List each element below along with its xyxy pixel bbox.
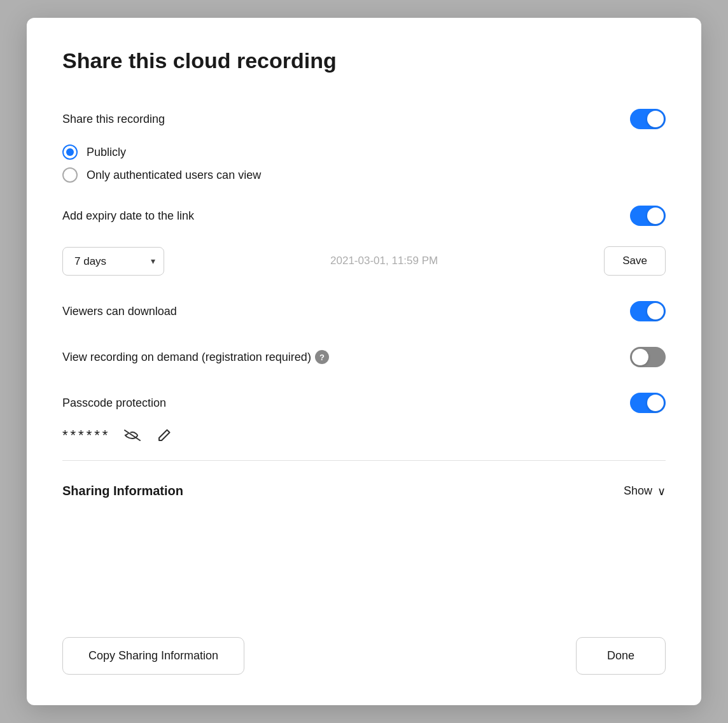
radio-publicly-circle <box>62 144 78 160</box>
radio-publicly[interactable]: Publicly <box>62 144 666 160</box>
passcode-label: Passcode protection <box>62 397 166 410</box>
chevron-down-icon: ∨ <box>657 484 666 498</box>
toggle-thumb <box>647 111 664 127</box>
days-select-wrapper: 7 days 1 day 3 days 14 days 30 days ▾ <box>62 247 164 276</box>
share-recording-row: Share this recording <box>62 96 666 142</box>
divider <box>62 460 666 461</box>
expiry-controls: 7 days 1 day 3 days 14 days 30 days ▾ 20… <box>62 239 666 288</box>
share-recording-toggle[interactable] <box>630 109 666 129</box>
expiry-row: Add expiry date to the link <box>62 193 666 239</box>
help-icon[interactable]: ? <box>315 350 329 364</box>
radio-publicly-label: Publicly <box>87 146 126 159</box>
radio-auth-label: Only authenticated users can view <box>87 169 261 182</box>
viewers-download-label: Viewers can download <box>62 305 177 318</box>
on-demand-toggle[interactable] <box>630 347 666 367</box>
on-demand-row: View recording on demand (registration r… <box>62 334 666 380</box>
days-select[interactable]: 7 days 1 day 3 days 14 days 30 days <box>62 247 164 276</box>
share-recording-label: Share this recording <box>62 113 165 126</box>
visibility-radio-group: Publicly Only authenticated users can vi… <box>62 142 666 193</box>
on-demand-left: View recording on demand (registration r… <box>62 350 329 364</box>
viewers-download-row: Viewers can download <box>62 288 666 334</box>
eye-hide-icon <box>124 430 141 441</box>
share-recording-modal: Share this cloud recording Share this re… <box>27 18 701 705</box>
passcode-toggle-thumb <box>647 395 664 411</box>
toggle-passcode-visibility-button[interactable] <box>122 427 143 444</box>
passcode-toggle[interactable] <box>630 393 666 413</box>
bottom-actions-row: Copy Sharing Information Done <box>62 632 666 675</box>
radio-auth-only[interactable]: Only authenticated users can view <box>62 167 666 183</box>
expiry-date-display: 2021-03-01, 11:59 PM <box>177 255 591 267</box>
radio-auth-circle <box>62 167 78 183</box>
save-button[interactable]: Save <box>604 246 666 276</box>
done-button[interactable]: Done <box>576 637 666 675</box>
viewers-toggle-thumb <box>647 303 664 319</box>
edit-icon <box>157 428 171 442</box>
expiry-toggle-thumb <box>647 207 664 224</box>
on-demand-label: View recording on demand (registration r… <box>62 351 311 364</box>
copy-sharing-info-button[interactable]: Copy Sharing Information <box>62 637 244 675</box>
sharing-info-row: Sharing Information Show ∨ <box>62 471 666 511</box>
passcode-row: Passcode protection <box>62 380 666 426</box>
passcode-value-row: ****** <box>62 426 666 450</box>
show-label: Show <box>624 484 652 498</box>
sharing-info-label: Sharing Information <box>62 484 183 498</box>
expiry-toggle[interactable] <box>630 206 666 226</box>
expiry-label: Add expiry date to the link <box>62 209 194 223</box>
passcode-dots: ****** <box>62 427 110 444</box>
show-sharing-info-button[interactable]: Show ∨ <box>624 484 666 498</box>
on-demand-toggle-thumb <box>632 349 648 365</box>
edit-passcode-button[interactable] <box>155 426 174 445</box>
viewers-download-toggle[interactable] <box>630 301 666 321</box>
modal-title: Share this cloud recording <box>62 48 666 73</box>
